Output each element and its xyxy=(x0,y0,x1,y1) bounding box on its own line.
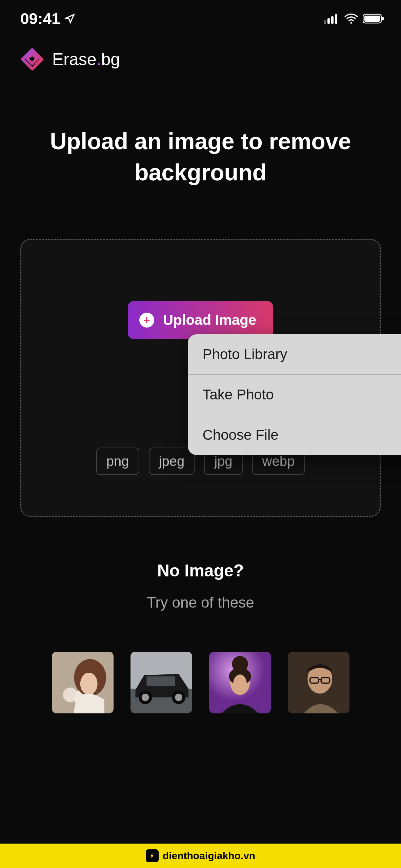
cellular-signal-icon xyxy=(324,14,339,24)
sample-woman-brown-hair xyxy=(52,652,114,713)
sample-image-2[interactable] xyxy=(131,652,192,713)
footer-text: dienthoaigiakho.vn xyxy=(163,850,255,862)
no-image-subtitle: Try one of these xyxy=(20,594,381,611)
format-tag: jpeg xyxy=(149,448,195,475)
sample-images-row xyxy=(20,652,381,713)
take-photo-option[interactable]: Take Photo xyxy=(188,375,401,415)
status-bar: 09:41 xyxy=(0,0,401,37)
svg-point-27 xyxy=(233,674,246,693)
battery-icon xyxy=(363,14,384,24)
sample-black-car xyxy=(131,652,192,713)
popover-item-label: Photo Library xyxy=(203,346,287,362)
wifi-icon xyxy=(344,14,358,24)
location-icon xyxy=(64,13,75,24)
svg-rect-18 xyxy=(146,676,175,686)
svg-rect-5 xyxy=(364,16,380,22)
footer-watermark: dienthoaigiakho.vn xyxy=(0,844,401,868)
brand-text-pre: Erase xyxy=(52,50,97,69)
svg-rect-2 xyxy=(331,16,334,24)
sample-man-glasses xyxy=(288,652,349,713)
app-logo xyxy=(20,47,44,71)
brand-dot: . xyxy=(97,50,101,69)
svg-rect-0 xyxy=(324,20,326,24)
sample-woman-bun-purple xyxy=(209,652,271,713)
sample-image-1[interactable] xyxy=(52,652,114,713)
svg-rect-1 xyxy=(327,18,330,24)
choose-file-option[interactable]: Choose File xyxy=(188,415,401,455)
page-headline: Upload an image to remove background xyxy=(20,126,381,188)
no-image-title: No Image? xyxy=(20,561,381,580)
upload-dropzone[interactable]: + Upload Image (upt Photo Library Take P… xyxy=(20,239,381,517)
app-header: Erase.bg xyxy=(0,37,401,85)
footer-logo-icon xyxy=(146,849,159,862)
format-tag: png xyxy=(96,448,139,475)
brand-text-post: bg xyxy=(101,50,120,69)
sample-image-3[interactable] xyxy=(209,652,271,713)
popover-item-label: Choose File xyxy=(203,427,279,443)
plus-icon: + xyxy=(139,313,154,328)
status-time: 09:41 xyxy=(20,9,60,28)
no-image-section: No Image? Try one of these xyxy=(20,561,381,611)
upload-button-label: Upload Image xyxy=(163,312,256,328)
upload-source-popover: Photo Library Take Photo xyxy=(188,334,401,455)
svg-rect-6 xyxy=(382,17,384,20)
svg-point-22 xyxy=(175,693,182,701)
upload-image-button[interactable]: + Upload Image xyxy=(128,301,273,339)
svg-point-20 xyxy=(141,693,149,701)
photo-library-option[interactable]: Photo Library xyxy=(188,334,401,375)
svg-point-15 xyxy=(80,672,97,695)
sample-image-4[interactable] xyxy=(288,652,349,713)
svg-rect-3 xyxy=(335,14,337,24)
popover-item-label: Take Photo xyxy=(203,387,274,403)
brand-name: Erase.bg xyxy=(52,50,120,69)
